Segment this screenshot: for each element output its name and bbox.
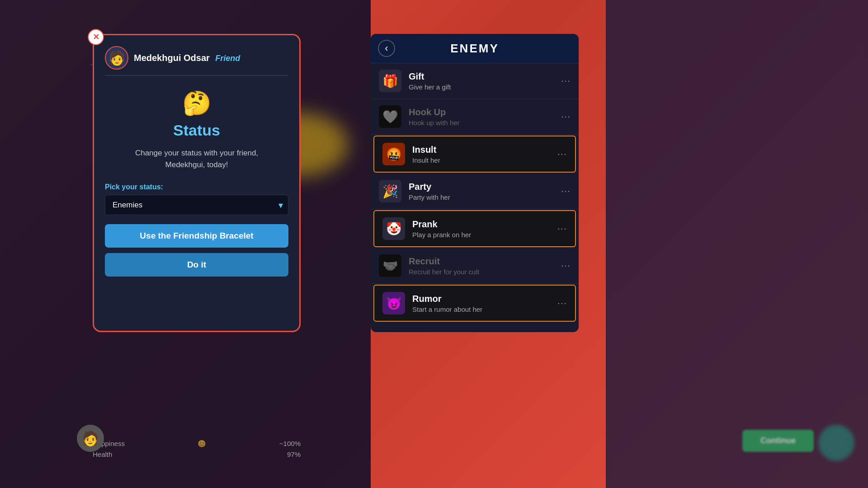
recruit-desc: Recruit her for your cult — [409, 268, 561, 276]
party-desc: Party with her — [409, 193, 561, 201]
health-stat: Health 97% — [93, 450, 301, 458]
status-select-wrapper: Enemies Friends Neutral ▾ — [105, 195, 288, 215]
enemy-panel: ‹ ENEMY 🎁 Gift Give her a gift ··· 🤍 Hoo… — [371, 34, 579, 332]
party-name: Party — [409, 182, 561, 192]
health-value: 97% — [287, 450, 301, 458]
enemy-action-gift[interactable]: 🎁 Gift Give her a gift ··· — [371, 63, 579, 99]
hookup-text: Hook Up Hook up with her — [409, 107, 561, 127]
rumor-desc: Start a rumor about her — [412, 305, 557, 313]
insult-more-icon[interactable]: ··· — [557, 148, 567, 160]
gift-icon: 🎁 — [379, 70, 401, 92]
back-button[interactable]: ‹ — [378, 40, 395, 57]
happiness-value: ~100% — [279, 440, 301, 448]
enemy-action-party[interactable]: 🎉 Party Party with her ··· — [371, 174, 579, 209]
insult-desc: Insult her — [412, 156, 557, 164]
hookup-desc: Hook up with her — [409, 119, 561, 127]
prank-icon: 🤡 — [382, 217, 405, 240]
insult-name: Insult — [412, 145, 557, 155]
party-icon: 🎉 — [379, 180, 401, 202]
rumor-more-icon[interactable]: ··· — [557, 297, 567, 309]
party-more-icon[interactable]: ··· — [561, 185, 571, 197]
do-it-button[interactable]: Do it — [105, 253, 288, 277]
status-select[interactable]: Enemies Friends Neutral — [105, 195, 288, 215]
close-button[interactable]: ✕ — [88, 29, 104, 45]
enemy-action-hookup[interactable]: 🤍 Hook Up Hook up with her ··· — [371, 99, 579, 135]
rumor-text: Rumor Start a rumor about her — [412, 294, 557, 313]
recruit-name: Recruit — [409, 256, 561, 267]
right-blurred-panel — [606, 0, 868, 488]
happiness-stat: Happiness 😊 ~100% — [93, 440, 301, 448]
hookup-icon: 🤍 — [379, 105, 401, 128]
stats-bar: Happiness 😊 ~100% Health 97% — [93, 440, 301, 461]
enemy-action-recruit[interactable]: 🤝 Recruit Recruit her for your cult ··· — [371, 248, 579, 284]
party-text: Party Party with her — [409, 182, 561, 201]
modal-desc-line1: Change your status with your friend, — [135, 149, 258, 157]
player-info: Medekhgui Odsar Friend — [134, 53, 240, 63]
prank-desc: Play a prank on her — [412, 231, 557, 239]
gift-text: Gift Give her a gift — [409, 71, 561, 91]
modal-description: Change your status with your friend, Med… — [135, 147, 258, 170]
teal-circle — [818, 425, 854, 461]
hookup-name: Hook Up — [409, 107, 561, 117]
modal-desc-line2: Medekhgui, today! — [165, 160, 228, 169]
modal-header: 🧑 Medekhgui Odsar Friend — [105, 46, 288, 76]
enemy-panel-header: ‹ ENEMY — [371, 34, 579, 63]
health-label: Health — [93, 450, 112, 458]
enemy-action-rumor[interactable]: 😈 Rumor Start a rumor about her ··· — [373, 285, 576, 322]
prank-more-icon[interactable]: ··· — [557, 223, 567, 235]
hookup-more-icon[interactable]: ··· — [561, 111, 571, 122]
modal-title: Status — [173, 122, 220, 139]
recruit-more-icon[interactable]: ··· — [561, 260, 571, 272]
recruit-text: Recruit Recruit her for your cult — [409, 256, 561, 276]
insult-icon: 🤬 — [382, 143, 405, 165]
status-emoji: 🤔 — [182, 89, 212, 117]
prank-name: Prank — [412, 219, 557, 230]
pick-status-label: Pick your status: — [105, 183, 163, 191]
back-icon: ‹ — [385, 42, 388, 54]
enemy-actions-list: 🎁 Gift Give her a gift ··· 🤍 Hook Up Hoo… — [371, 63, 579, 332]
close-icon: ✕ — [93, 32, 99, 42]
avatar: 🧑 — [105, 46, 128, 70]
gift-more-icon[interactable]: ··· — [561, 75, 571, 87]
avatar-bottom: 🧑 — [77, 425, 104, 452]
happiness-icon: 😊 — [198, 440, 206, 448]
gift-desc: Give her a gift — [409, 83, 561, 91]
insult-text: Insult Insult her — [412, 145, 557, 164]
recruit-icon: 🤝 — [379, 254, 401, 277]
player-name: Medekhgui Odsar — [134, 53, 210, 63]
modal-body: 🤔 Status Change your status with your fr… — [105, 85, 288, 281]
status-modal: ✕ 🧑 Medekhgui Odsar Friend 🤔 Status Chan… — [93, 34, 301, 332]
rumor-name: Rumor — [412, 294, 557, 304]
bottom-right-button: Continue — [742, 430, 814, 452]
gift-name: Gift — [409, 71, 561, 82]
prank-text: Prank Play a prank on her — [412, 219, 557, 239]
friendship-bracelet-button[interactable]: Use the Friendship Bracelet — [105, 224, 288, 248]
enemy-action-insult[interactable]: 🤬 Insult Insult her ··· — [373, 136, 576, 173]
rumor-icon: 😈 — [382, 292, 405, 314]
enemy-action-prank[interactable]: 🤡 Prank Play a prank on her ··· — [373, 210, 576, 247]
player-relationship-status: Friend — [215, 54, 240, 63]
enemy-panel-title: ENEMY — [450, 42, 499, 56]
